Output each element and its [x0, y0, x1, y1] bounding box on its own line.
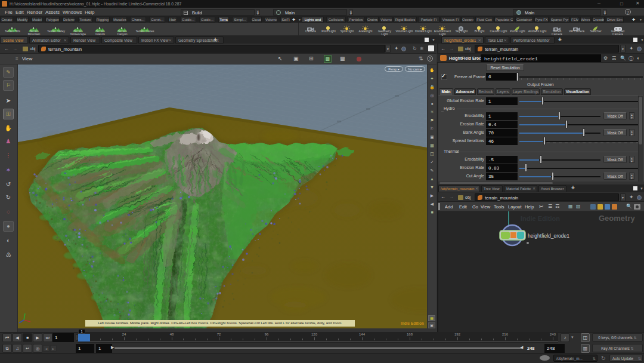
svg-text:heightfield_erode1: heightfield_erode1 — [528, 233, 569, 239]
